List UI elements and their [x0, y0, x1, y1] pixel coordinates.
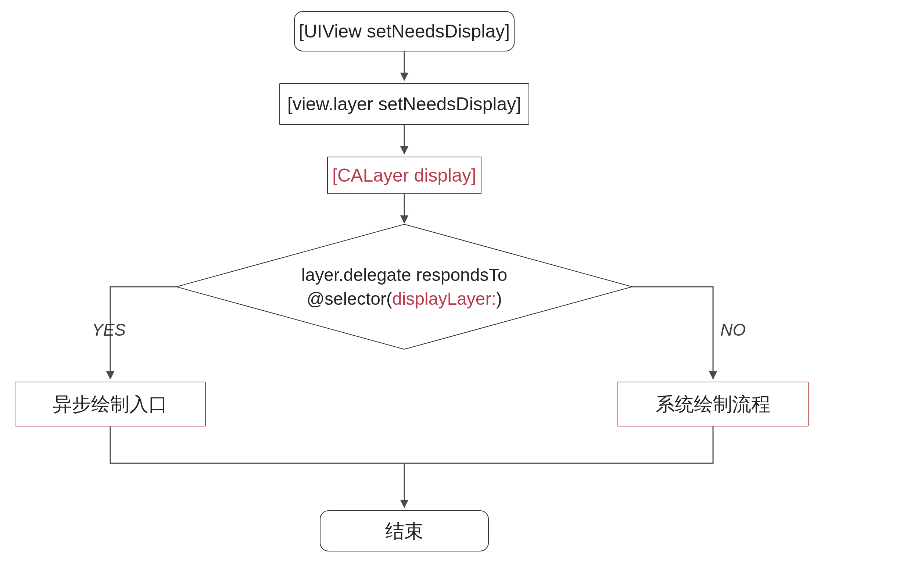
- node-uiview-setneedsdisplay: [UIView setNeedsDisplay]: [294, 11, 515, 51]
- node-calayer-display: [CALayer display]: [327, 157, 482, 194]
- node-layer-setneedsdisplay: [view.layer setNeedsDisplay]: [279, 83, 529, 125]
- decision-line1: layer.delegate respondsTo: [257, 263, 551, 287]
- no-text: NO: [720, 320, 746, 339]
- node-text: [view.layer setNeedsDisplay]: [287, 93, 521, 116]
- label-yes: YES: [92, 320, 126, 340]
- flowchart-canvas: [UIView setNeedsDisplay] [view.layer set…: [0, 0, 924, 575]
- label-no: NO: [720, 320, 746, 340]
- node-text: 结束: [385, 519, 423, 543]
- edge-yes-merge: [110, 426, 404, 463]
- decision-prefix: @selector(: [306, 289, 392, 308]
- decision-text: layer.delegate respondsTo @selector(disp…: [257, 263, 551, 311]
- decision-method: displayLayer:: [392, 289, 496, 308]
- edge-no-merge: [404, 426, 713, 463]
- node-text: [CALayer display]: [332, 164, 476, 187]
- node-text: 系统绘制流程: [656, 392, 770, 416]
- node-text: [UIView setNeedsDisplay]: [299, 20, 510, 43]
- node-system-draw-flow: 系统绘制流程: [618, 381, 808, 426]
- node-text: 异步绘制入口: [53, 392, 168, 416]
- node-end: 结束: [320, 510, 489, 551]
- node-async-draw-entry: 异步绘制入口: [15, 381, 206, 426]
- edge-decision-no: [632, 287, 713, 379]
- decision-line2: @selector(displayLayer:): [257, 287, 551, 311]
- yes-text: YES: [92, 320, 126, 339]
- decision-suffix: ): [496, 289, 502, 308]
